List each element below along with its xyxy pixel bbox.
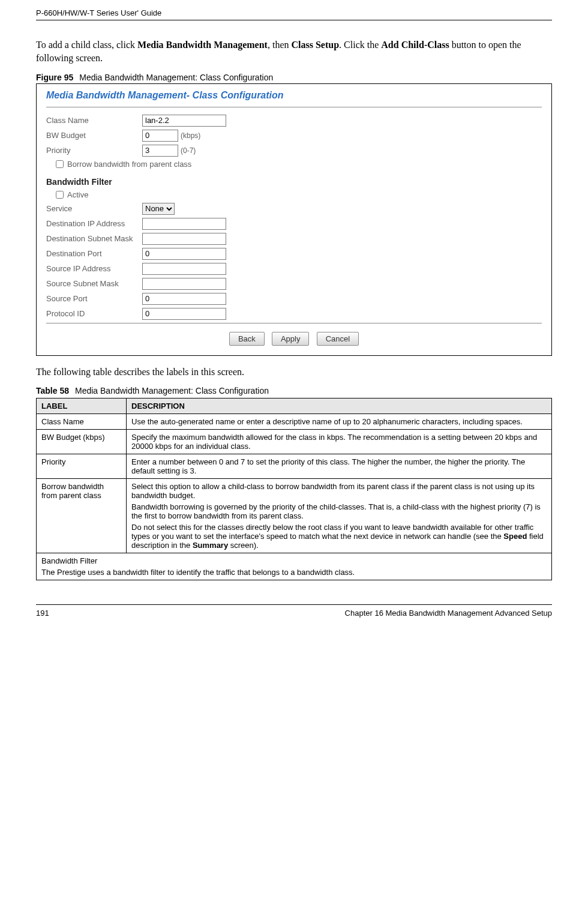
intro-bold-1: Media Bandwidth Management bbox=[137, 40, 268, 50]
divider bbox=[46, 323, 542, 323]
src-port-input[interactable] bbox=[142, 293, 226, 305]
table-number: Table 58 bbox=[36, 386, 69, 395]
class-name-label: Class Name bbox=[46, 116, 142, 125]
protocol-id-label: Protocol ID bbox=[46, 309, 142, 318]
bw-budget-input[interactable] bbox=[142, 130, 178, 142]
row-description: Select this option to allow a child-clas… bbox=[127, 479, 552, 553]
row-label: Class Name bbox=[37, 414, 127, 430]
intro-paragraph: To add a child class, click Media Bandwi… bbox=[36, 38, 552, 65]
description-table: LABEL DESCRIPTION Class Name Use the aut… bbox=[36, 398, 552, 580]
dest-port-input[interactable] bbox=[142, 248, 226, 260]
intro-text: , then bbox=[268, 40, 292, 50]
table-header-label: LABEL bbox=[37, 398, 127, 414]
back-button[interactable]: Back bbox=[229, 332, 265, 346]
row-description: Use the auto-generated name or enter a d… bbox=[127, 414, 552, 430]
service-select[interactable]: None bbox=[142, 203, 175, 215]
src-mask-input[interactable] bbox=[142, 278, 226, 290]
screenshot-title: Media Bandwidth Management- Class Config… bbox=[46, 88, 542, 106]
intro-bold-3: Add Child-Class bbox=[381, 40, 449, 50]
table-header-description: DESCRIPTION bbox=[127, 398, 552, 414]
table-row: Borrow bandwidth from parent class Selec… bbox=[37, 479, 552, 553]
src-ip-label: Source IP Address bbox=[46, 264, 142, 273]
divider bbox=[46, 107, 542, 107]
table-caption: Table 58Media Bandwidth Management: Clas… bbox=[36, 386, 552, 395]
table-title: Media Bandwidth Management: Class Config… bbox=[75, 386, 269, 395]
row-label: Priority bbox=[37, 454, 127, 479]
bandwidth-filter-desc: The Prestige uses a bandwidth filter to … bbox=[41, 568, 547, 577]
active-label: Active bbox=[67, 190, 88, 199]
header-title: P-660H/HW/W-T Series User' Guide bbox=[36, 5, 552, 20]
table-row: BW Budget (kbps) Specify the maximum ban… bbox=[37, 430, 552, 454]
dest-ip-input[interactable] bbox=[142, 218, 226, 230]
desc-para: Select this option to allow a child-clas… bbox=[131, 482, 547, 500]
apply-button[interactable]: Apply bbox=[272, 332, 310, 346]
figure-number: Figure 95 bbox=[36, 73, 73, 82]
table-row: Priority Enter a number between 0 and 7 … bbox=[37, 454, 552, 479]
table-row: Class Name Use the auto-generated name o… bbox=[37, 414, 552, 430]
bw-budget-label: BW Budget bbox=[46, 131, 142, 140]
dest-mask-label: Destination Subnet Mask bbox=[46, 234, 142, 243]
dest-ip-label: Destination IP Address bbox=[46, 219, 142, 228]
src-port-label: Source Port bbox=[46, 294, 142, 303]
src-ip-input[interactable] bbox=[142, 263, 226, 275]
desc-bold: Speed bbox=[503, 532, 527, 541]
borrow-label: Borrow bandwidth from parent class bbox=[67, 160, 191, 169]
active-checkbox[interactable] bbox=[56, 191, 64, 199]
intro-text: . Click the bbox=[339, 40, 381, 50]
bandwidth-filter-heading: Bandwidth Filter bbox=[46, 177, 542, 187]
figure-title: Media Bandwidth Management: Class Config… bbox=[79, 73, 273, 82]
screenshot-container: Media Bandwidth Management- Class Config… bbox=[36, 83, 552, 356]
desc-para: Do not select this for the classes direc… bbox=[131, 523, 547, 550]
row-full: Bandwidth Filter The Prestige uses a ban… bbox=[37, 553, 552, 580]
dest-port-label: Destination Port bbox=[46, 249, 142, 258]
intro-text: To add a child class, click bbox=[36, 40, 137, 50]
class-name-input[interactable] bbox=[142, 115, 226, 127]
service-label: Service bbox=[46, 204, 142, 213]
priority-input[interactable] bbox=[142, 145, 178, 157]
dest-mask-input[interactable] bbox=[142, 233, 226, 245]
kbps-suffix: (kbps) bbox=[181, 131, 200, 140]
range-suffix: (0-7) bbox=[181, 146, 196, 155]
priority-label: Priority bbox=[46, 146, 142, 155]
desc-text: Do not select this for the classes direc… bbox=[131, 523, 533, 541]
desc-bold: Summary bbox=[193, 541, 228, 550]
protocol-id-input[interactable] bbox=[142, 308, 226, 320]
row-description: Enter a number between 0 and 7 to set th… bbox=[127, 454, 552, 479]
table-row: Bandwidth Filter The Prestige uses a ban… bbox=[37, 553, 552, 580]
row-label: Borrow bandwidth from parent class bbox=[37, 479, 127, 553]
row-label: BW Budget (kbps) bbox=[37, 430, 127, 454]
src-mask-label: Source Subnet Mask bbox=[46, 279, 142, 288]
intro-bold-2: Class Setup bbox=[292, 40, 340, 50]
page-number: 191 bbox=[36, 609, 49, 618]
footer: 191 Chapter 16 Media Bandwidth Managemen… bbox=[36, 604, 552, 618]
row-description: Specify the maximum bandwidth allowed fo… bbox=[127, 430, 552, 454]
bandwidth-filter-label: Bandwidth Filter bbox=[41, 556, 547, 565]
figure-caption: Figure 95Media Bandwidth Management: Cla… bbox=[36, 73, 552, 82]
cancel-button[interactable]: Cancel bbox=[317, 332, 359, 346]
borrow-checkbox[interactable] bbox=[56, 160, 64, 168]
after-figure-paragraph: The following table describes the labels… bbox=[36, 365, 552, 379]
chapter-title: Chapter 16 Media Bandwidth Management Ad… bbox=[345, 609, 552, 618]
desc-text: screen). bbox=[228, 541, 259, 550]
desc-para: Bandwidth borrowing is governed by the p… bbox=[131, 502, 547, 520]
